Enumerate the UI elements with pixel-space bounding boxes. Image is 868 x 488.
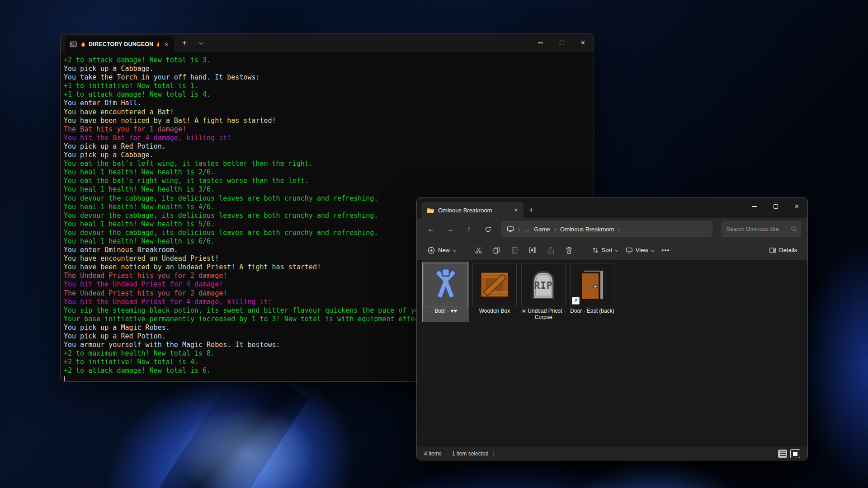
file-label: Door - East (back) xyxy=(570,308,614,321)
terminal-line: You eat the bat's right wing, it tastes … xyxy=(64,177,594,185)
breadcrumb-segment-current[interactable]: Ominous Breakroom xyxy=(560,226,614,233)
new-button-label: New xyxy=(438,247,450,253)
breadcrumb-chevron-icon: › xyxy=(554,225,556,233)
status-bar: 4 items 1 item selected xyxy=(417,447,807,460)
breadcrumb[interactable]: › … Game › Ominous Breakroom › xyxy=(501,221,712,237)
terminal-line: You eat the bat's left wing, it tastes b… xyxy=(64,160,594,168)
back-button[interactable]: ← xyxy=(423,221,439,237)
file-item[interactable]: Bob! - ♥♥ xyxy=(422,262,469,322)
tab-close-icon[interactable]: × xyxy=(512,206,520,214)
file-item[interactable]: RIP☠ Undead Priest - Corpse xyxy=(520,262,567,322)
view-button[interactable]: View xyxy=(622,243,657,258)
explorer-tab-label: Ominous Breakroom xyxy=(438,207,508,214)
file-item[interactable]: Door - East (back) xyxy=(569,262,616,322)
search-icon[interactable] xyxy=(791,226,797,232)
crate-icon xyxy=(472,263,517,306)
divider xyxy=(447,451,447,457)
minimize-button[interactable] xyxy=(530,33,551,52)
terminal-titlebar[interactable]: DIRECTORY DUNGEON × + × xyxy=(61,33,594,52)
terminal-title-text: DIRECTORY DUNGEON xyxy=(89,41,153,47)
file-item[interactable]: Wooden Box xyxy=(471,262,518,322)
view-button-label: View xyxy=(636,247,648,253)
new-button[interactable]: New xyxy=(423,243,460,258)
shortcut-arrow-icon xyxy=(572,297,580,305)
terminal-line: You pick up a Cabbage. xyxy=(64,151,594,160)
bob-icon xyxy=(424,263,468,306)
paste-button[interactable] xyxy=(506,243,524,258)
explorer-titlebar[interactable]: Ominous Breakroom × + × xyxy=(417,197,807,218)
tombstone-icon: RIP xyxy=(521,263,566,306)
chevron-down-icon[interactable] xyxy=(199,40,203,45)
terminal-line: You enter Dim Hall. xyxy=(64,99,594,108)
file-list-area[interactable]: Bob! - ♥♥Wooden BoxRIP☠ Undead Priest - … xyxy=(417,261,807,447)
maximize-button[interactable] xyxy=(551,33,572,52)
terminal-line: You have been noticed by a Bat! A fight … xyxy=(64,117,594,125)
terminal-tab[interactable]: DIRECTORY DUNGEON × xyxy=(65,36,174,52)
delete-button[interactable] xyxy=(560,243,578,258)
terminal-line: +1 to attack damage! New total is 4. xyxy=(64,90,594,99)
fire-icon xyxy=(156,41,159,47)
rename-button[interactable] xyxy=(524,243,542,258)
terminal-cursor xyxy=(64,376,65,381)
file-label: Bob! - ♥♥ xyxy=(424,308,468,321)
file-label: Wooden Box xyxy=(472,308,517,321)
minimize-button[interactable] xyxy=(744,197,765,216)
search-box[interactable] xyxy=(722,221,801,237)
details-view-toggle[interactable] xyxy=(778,450,787,458)
breadcrumb-segment-game[interactable]: Game xyxy=(534,226,550,233)
file-label: ☠ Undead Priest - Corpse xyxy=(521,308,566,321)
terminal-line: You heal 1 health! New health is 2/6. xyxy=(64,168,594,177)
terminal-line: You pick up a Red Potion. xyxy=(64,142,594,151)
file-explorer-window: Ominous Breakroom × + × ← → ↑ xyxy=(416,197,808,460)
selection-count: 1 item selected xyxy=(452,450,489,457)
folder-icon xyxy=(427,206,434,214)
breadcrumb-overflow[interactable]: … xyxy=(524,226,530,233)
icons-view-toggle[interactable] xyxy=(790,449,800,458)
close-button[interactable]: × xyxy=(786,197,807,216)
address-bar: ← → ↑ › … Game › Ominous Breakroom › xyxy=(417,218,807,240)
file-grid: Bob! - ♥♥Wooden BoxRIP☠ Undead Priest - … xyxy=(417,261,807,322)
this-pc-icon[interactable] xyxy=(507,225,514,233)
terminal-line: You hit the Bat for 4 damage, killing it… xyxy=(64,134,594,142)
terminal-line: You have encountered a Bat! xyxy=(64,108,594,117)
tab-close-icon[interactable]: × xyxy=(162,40,170,48)
chevron-down-icon xyxy=(651,248,654,252)
breadcrumb-chevron-icon: › xyxy=(518,225,519,233)
command-bar: New xyxy=(417,240,807,261)
divider xyxy=(194,39,194,47)
sort-button[interactable]: Sort xyxy=(588,243,622,258)
terminal-line: +2 to attack damage! New total is 3. xyxy=(64,56,594,65)
terminal-line: You heal 1 health! New health is 3/6. xyxy=(64,185,594,194)
up-button[interactable]: ↑ xyxy=(461,221,476,237)
chevron-down-icon xyxy=(453,248,457,252)
details-button[interactable]: Details xyxy=(765,243,801,258)
forward-button[interactable]: → xyxy=(442,221,458,237)
search-input[interactable] xyxy=(726,226,791,232)
divider xyxy=(493,451,494,457)
divider xyxy=(583,245,583,256)
terminal-line: You take the Torch in your off hand. It … xyxy=(64,73,594,82)
share-button[interactable] xyxy=(542,243,560,258)
chevron-down-icon xyxy=(615,248,618,252)
divider xyxy=(465,245,465,256)
explorer-tab[interactable]: Ominous Breakroom × xyxy=(421,202,524,218)
door-icon xyxy=(570,263,614,306)
refresh-button[interactable] xyxy=(480,221,495,237)
terminal-line: You pick up a Cabbage. xyxy=(64,65,594,73)
more-options-button[interactable]: ••• xyxy=(657,243,674,258)
items-count: 4 items xyxy=(424,450,442,457)
fire-icon xyxy=(80,41,86,47)
breadcrumb-chevron-icon: › xyxy=(618,225,620,233)
terminal-line: The Bat hits you for 1 damage! xyxy=(64,125,594,134)
terminal-app-icon xyxy=(70,41,77,48)
new-tab-button[interactable]: + xyxy=(179,38,189,47)
sort-button-label: Sort xyxy=(602,247,613,253)
copy-button[interactable] xyxy=(488,243,506,258)
maximize-button[interactable] xyxy=(765,197,786,216)
close-button[interactable]: × xyxy=(572,33,594,52)
svg-text:RIP: RIP xyxy=(534,280,553,291)
cut-button[interactable] xyxy=(470,243,488,258)
details-button-label: Details xyxy=(779,247,797,253)
terminal-tab-title: DIRECTORY DUNGEON xyxy=(80,41,159,47)
new-tab-button[interactable]: + xyxy=(524,202,539,218)
